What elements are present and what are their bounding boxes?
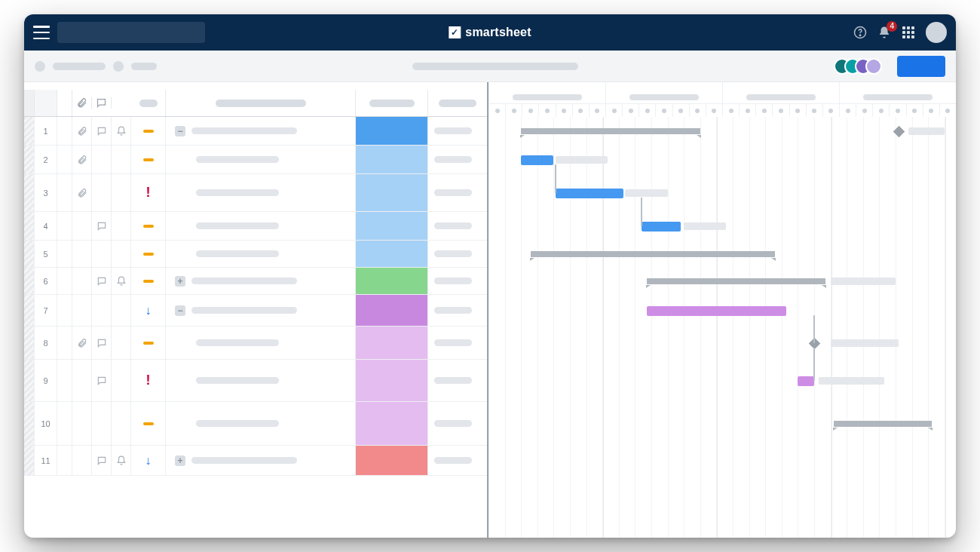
- status-cell[interactable]: [356, 327, 428, 359]
- comment-cell[interactable]: [92, 327, 112, 359]
- notifications-icon[interactable]: 4: [877, 26, 891, 39]
- gantt-task-bar[interactable]: [521, 155, 553, 165]
- comment-cell[interactable]: [92, 117, 112, 145]
- row-handle[interactable]: [24, 212, 35, 240]
- reminder-cell[interactable]: [112, 117, 131, 145]
- gantt-summary-bar[interactable]: [531, 251, 775, 257]
- status-cell[interactable]: [356, 402, 428, 445]
- comment-cell[interactable]: [92, 446, 112, 475]
- attachment-cell[interactable]: [72, 295, 92, 326]
- collaborators[interactable]: [834, 58, 882, 75]
- reminder-cell[interactable]: [112, 241, 131, 267]
- sheet-title[interactable]: [412, 63, 578, 70]
- task-cell[interactable]: +: [166, 268, 356, 294]
- col-assignee[interactable]: [428, 90, 487, 116]
- priority-cell[interactable]: [131, 268, 166, 294]
- comment-cell[interactable]: [92, 402, 112, 445]
- gantt-pane[interactable]: [488, 82, 956, 538]
- expand-icon[interactable]: +: [175, 455, 185, 466]
- status-cell[interactable]: [356, 446, 428, 475]
- grid-row[interactable]: 3!: [24, 174, 487, 212]
- row-handle[interactable]: [24, 174, 35, 211]
- assignee-cell[interactable]: [428, 360, 487, 401]
- assignee-cell[interactable]: [428, 212, 487, 240]
- grid-row[interactable]: 8: [24, 327, 487, 360]
- priority-cell[interactable]: [131, 402, 166, 445]
- row-handle[interactable]: [24, 295, 35, 326]
- reminder-cell[interactable]: [112, 295, 131, 326]
- status-cell[interactable]: [356, 360, 428, 401]
- row-handle[interactable]: [24, 268, 35, 294]
- grid-row[interactable]: 11↓+: [24, 446, 487, 476]
- assignee-cell[interactable]: [428, 241, 487, 267]
- assignee-cell[interactable]: [428, 146, 487, 173]
- status-cell[interactable]: [356, 241, 428, 267]
- assignee-cell[interactable]: [428, 174, 487, 211]
- comment-cell[interactable]: [92, 212, 112, 240]
- gantt-summary-bar[interactable]: [834, 421, 932, 427]
- priority-cell[interactable]: [131, 212, 166, 240]
- row-handle[interactable]: [24, 241, 35, 267]
- attachment-cell[interactable]: [72, 146, 92, 173]
- attachment-cell[interactable]: [72, 360, 92, 401]
- row-handle[interactable]: [24, 117, 35, 145]
- priority-cell[interactable]: ↓: [131, 295, 166, 326]
- attachment-cell[interactable]: [72, 241, 92, 267]
- assignee-cell[interactable]: [428, 402, 487, 445]
- attachment-cell[interactable]: [72, 174, 92, 211]
- status-cell[interactable]: [356, 146, 428, 173]
- share-button[interactable]: [897, 56, 945, 77]
- comment-cell[interactable]: [92, 268, 112, 294]
- status-cell[interactable]: [356, 117, 428, 145]
- col-attachment-icon[interactable]: [72, 97, 92, 109]
- col-task[interactable]: [166, 90, 356, 116]
- toolbar-control[interactable]: [53, 63, 106, 70]
- reminder-cell[interactable]: [112, 327, 131, 359]
- task-cell[interactable]: [166, 212, 356, 240]
- priority-cell[interactable]: [131, 146, 166, 173]
- menu-icon[interactable]: [33, 26, 50, 39]
- reminder-cell[interactable]: [112, 212, 131, 240]
- priority-cell[interactable]: [131, 117, 166, 145]
- grid-row[interactable]: 9!: [24, 360, 487, 402]
- search-input[interactable]: [57, 22, 205, 43]
- collapse-icon[interactable]: −: [175, 126, 185, 136]
- attachment-cell[interactable]: [72, 117, 92, 145]
- apps-icon[interactable]: [902, 26, 915, 39]
- reminder-cell[interactable]: [112, 268, 131, 294]
- priority-cell[interactable]: [131, 241, 166, 267]
- toolbar-icon[interactable]: [35, 61, 45, 72]
- grid-row[interactable]: 7↓−: [24, 295, 487, 327]
- task-cell[interactable]: +: [166, 446, 356, 475]
- gantt-task-bar[interactable]: [647, 306, 787, 316]
- task-cell[interactable]: [166, 402, 356, 445]
- col-status[interactable]: [356, 90, 428, 116]
- grid-row[interactable]: 2: [24, 146, 487, 174]
- gantt-task-bar[interactable]: [556, 189, 624, 198]
- gantt-summary-bar[interactable]: [647, 278, 826, 284]
- gantt-task-bar[interactable]: [642, 222, 681, 232]
- comment-cell[interactable]: [92, 360, 112, 401]
- user-avatar[interactable]: [926, 22, 947, 43]
- attachment-cell[interactable]: [72, 446, 92, 475]
- toolbar-control[interactable]: [131, 63, 157, 70]
- task-cell[interactable]: −: [166, 295, 356, 326]
- collapse-icon[interactable]: −: [175, 305, 185, 316]
- task-cell[interactable]: [166, 174, 356, 211]
- grid-row[interactable]: 6+: [24, 268, 487, 295]
- grid-row[interactable]: 5: [24, 241, 487, 268]
- reminder-cell[interactable]: [112, 446, 131, 475]
- attachment-cell[interactable]: [72, 327, 92, 359]
- task-cell[interactable]: [166, 360, 356, 401]
- row-handle[interactable]: [24, 146, 35, 173]
- priority-cell[interactable]: [131, 327, 166, 359]
- reminder-cell[interactable]: [112, 360, 131, 401]
- col-comment-icon[interactable]: [92, 97, 112, 109]
- status-cell[interactable]: [356, 295, 428, 326]
- priority-cell[interactable]: !: [131, 360, 166, 401]
- attachment-cell[interactable]: [72, 402, 92, 445]
- row-handle[interactable]: [24, 327, 35, 359]
- gantt-task-bar[interactable]: [798, 376, 814, 386]
- reminder-cell[interactable]: [112, 402, 131, 445]
- comment-cell[interactable]: [92, 241, 112, 267]
